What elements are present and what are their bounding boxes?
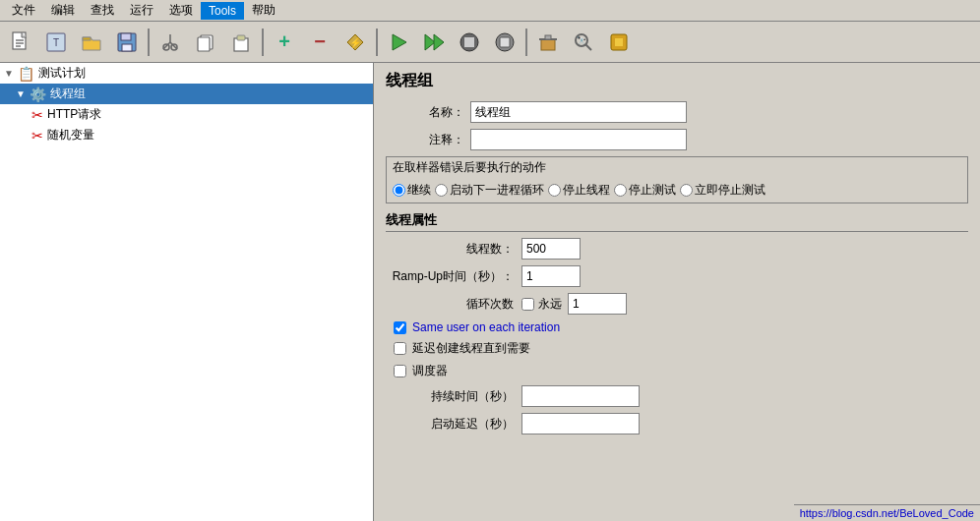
delay-create-label: 延迟创建线程直到需要 — [412, 340, 530, 357]
sidebar-item-http-request[interactable]: ✂ HTTP请求 — [0, 104, 373, 125]
name-row: 名称： — [386, 101, 968, 123]
main-layout: ▼ 📋 测试计划 ▼ ⚙️ 线程组 ✂ HTTP请求 ✂ 随机变量 线程组 名称… — [0, 63, 980, 521]
rampup-label: Ramp-Up时间（秒）： — [386, 268, 514, 285]
svg-rect-6 — [83, 37, 91, 40]
menu-edit[interactable]: 编辑 — [43, 0, 83, 21]
menu-tools[interactable]: Tools — [201, 2, 244, 20]
rampup-row: Ramp-Up时间（秒）： — [386, 265, 968, 287]
toolbar: T + − ⚡ 🔭 — [0, 22, 980, 63]
svg-rect-25 — [464, 37, 474, 47]
open-button[interactable] — [75, 26, 108, 59]
tree-arrow-thread-group: ▼ — [16, 88, 26, 99]
threads-input[interactable] — [521, 238, 581, 260]
separator-2 — [262, 29, 264, 56]
sidebar-item-random-var[interactable]: ✂ 随机变量 — [0, 125, 373, 145]
svg-rect-16 — [198, 37, 210, 51]
clear-button[interactable] — [531, 26, 565, 59]
action-stop-test[interactable]: 停止测试 — [614, 182, 676, 199]
action-group-content: 继续 启动下一进程循环 停止线程 停止测试 立即停止测试 — [387, 178, 967, 203]
svg-text:T: T — [53, 37, 59, 48]
delay-create-row: 延迟创建线程直到需要 — [386, 340, 968, 357]
startup-delay-input[interactable] — [521, 413, 640, 434]
cut-button[interactable] — [153, 26, 187, 59]
toggle-button[interactable]: ⚡ — [338, 26, 372, 59]
remove-button[interactable]: − — [303, 26, 337, 59]
svg-rect-30 — [545, 35, 551, 39]
sidebar-item-thread-group[interactable]: ▼ ⚙️ 线程组 — [0, 84, 373, 104]
menu-find[interactable]: 查找 — [83, 0, 122, 21]
save-button[interactable] — [110, 26, 144, 59]
separator-1 — [148, 29, 150, 56]
template-button[interactable]: T — [39, 26, 73, 59]
action-stop-now-label: 立即停止测试 — [695, 182, 766, 199]
svg-marker-21 — [393, 34, 406, 50]
scheduler-row: 调度器 — [386, 363, 968, 379]
sidebar-item-test-plan[interactable]: ▼ 📋 测试计划 — [0, 63, 373, 84]
action-stop-test-label: 停止测试 — [629, 182, 676, 199]
thread-group-label: 线程组 — [50, 86, 86, 102]
sidebar: ▼ 📋 测试计划 ▼ ⚙️ 线程组 ✂ HTTP请求 ✂ 随机变量 — [0, 63, 374, 521]
same-user-checkbox[interactable] — [394, 321, 406, 334]
duration-label: 持续时间（秒） — [386, 388, 514, 405]
tree-arrow-test-plan: ▼ — [4, 68, 14, 79]
action-group: 在取样器错误后要执行的动作 继续 启动下一进程循环 停止线程 停止测试 — [386, 156, 968, 203]
svg-marker-35 — [615, 38, 623, 46]
svg-rect-18 — [237, 35, 245, 40]
new-button[interactable] — [4, 26, 37, 59]
action-stop-now[interactable]: 立即停止测试 — [680, 182, 766, 199]
separator-3 — [376, 29, 378, 56]
svg-rect-27 — [500, 37, 510, 47]
delay-create-checkbox[interactable] — [394, 342, 406, 355]
same-user-row: Same user on each iteration — [386, 320, 968, 334]
duration-input[interactable] — [521, 385, 640, 407]
svg-text:🔭: 🔭 — [577, 35, 586, 45]
thread-props-title: 线程属性 — [386, 211, 968, 232]
refresh-button[interactable] — [602, 26, 636, 59]
rampup-input[interactable] — [521, 265, 581, 287]
statusbar: https://blog.csdn.net/BeLoved_Code — [794, 504, 980, 521]
run-no-pause-button[interactable] — [417, 26, 451, 59]
loop-forever-checkbox[interactable] — [521, 298, 534, 311]
svg-rect-28 — [541, 39, 555, 50]
threads-row: 线程数： — [386, 238, 968, 260]
threads-label: 线程数： — [386, 241, 514, 258]
http-request-icon: ✂ — [31, 107, 43, 123]
scheduler-label: 调度器 — [412, 363, 448, 379]
comment-input[interactable] — [470, 129, 687, 150]
svg-rect-9 — [122, 44, 132, 51]
menu-options[interactable]: 选项 — [161, 0, 201, 21]
action-continue[interactable]: 继续 — [393, 182, 431, 199]
thread-properties: 线程属性 线程数： Ramp-Up时间（秒）： 循环次数 永远 Sa — [386, 211, 968, 434]
duration-row: 持续时间（秒） — [386, 385, 968, 407]
menu-run[interactable]: 运行 — [122, 0, 161, 21]
stop-all-button[interactable] — [488, 26, 521, 59]
run-button[interactable] — [382, 26, 415, 59]
action-continue-label: 继续 — [407, 182, 431, 199]
comment-row: 注释： — [386, 129, 968, 150]
statusbar-url: https://blog.csdn.net/BeLoved_Code — [800, 507, 974, 519]
scheduler-checkbox[interactable] — [394, 365, 406, 377]
same-user-label: Same user on each iteration — [412, 320, 560, 334]
action-stop-thread[interactable]: 停止线程 — [548, 182, 610, 199]
stop-button[interactable] — [453, 26, 486, 59]
search-all-button[interactable]: 🔭 — [567, 26, 600, 59]
separator-4 — [525, 29, 527, 56]
thread-group-icon: ⚙️ — [30, 87, 46, 102]
svg-marker-23 — [434, 34, 444, 50]
action-start-next[interactable]: 启动下一进程循环 — [435, 182, 544, 199]
menu-help[interactable]: 帮助 — [244, 0, 283, 21]
http-request-label: HTTP请求 — [47, 106, 101, 123]
action-stop-thread-label: 停止线程 — [563, 182, 610, 199]
loop-input[interactable] — [568, 293, 627, 315]
startup-delay-row: 启动延迟（秒） — [386, 413, 968, 434]
name-input[interactable] — [470, 101, 687, 123]
paste-button[interactable] — [224, 26, 258, 59]
svg-text:⚡: ⚡ — [349, 36, 362, 49]
test-plan-label: 测试计划 — [38, 65, 86, 82]
random-var-icon: ✂ — [31, 128, 43, 144]
test-plan-icon: 📋 — [18, 66, 34, 82]
menu-file[interactable]: 文件 — [4, 0, 43, 21]
copy-button[interactable] — [189, 26, 222, 59]
add-button[interactable]: + — [268, 26, 301, 59]
panel-title: 线程组 — [386, 71, 968, 91]
